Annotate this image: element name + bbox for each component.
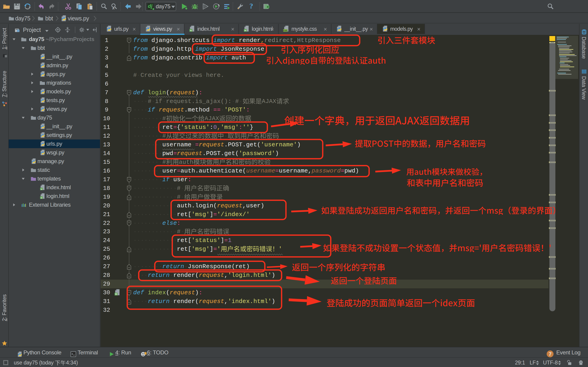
svg-text:A: A bbox=[112, 7, 115, 10]
